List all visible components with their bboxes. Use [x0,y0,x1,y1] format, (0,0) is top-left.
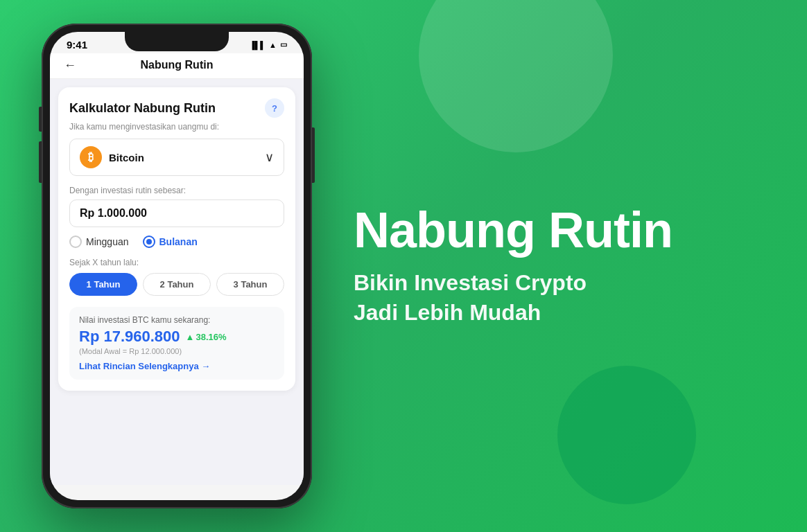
sub-title: Bikin Investasi Crypto Jadi Lebih Mudah [354,268,765,328]
radio-weekly-circle [69,236,82,248]
year-btn-2[interactable]: 2 Tahun [143,273,211,296]
gain-badge: ▲ 38.16% [186,332,227,342]
detail-link[interactable]: Lihat Rincian Selengkapnya → [79,361,275,371]
phone-frame: 9:41 ▐▌▌ ▲ ▭ ← Nabung Rutin Kalkulator N… [42,24,312,508]
phone-screen: 9:41 ▐▌▌ ▲ ▭ ← Nabung Rutin Kalkulator N… [50,32,304,500]
subtitle-line2: Jadi Lebih Mudah [354,300,541,325]
result-value: Rp 17.960.800 ▲ 38.16% [79,328,275,346]
frequency-monthly[interactable]: Bulanan [143,236,198,248]
amount-input[interactable] [69,200,284,227]
radio-weekly-label: Mingguan [86,236,129,247]
subtitle-line1: Bikin Investasi Crypto [354,270,587,295]
triangle-up-icon: ▲ [186,332,195,342]
crypto-name: Bitcoin [109,152,144,163]
btc-icon: ₿ [80,146,102,168]
crypto-selector[interactable]: ₿ Bitcoin ∨ [69,139,284,176]
calculator-card: Kalkulator Nabung Rutin ? Jika kamu meng… [58,87,295,391]
battery-icon: ▭ [280,40,287,49]
bg-circle-bottom [557,366,696,504]
signal-icon: ▐▌▌ [250,41,266,49]
result-label: Nilai investasi BTC kamu sekarang: [79,315,275,325]
result-section: Nilai investasi BTC kamu sekarang: Rp 17… [69,307,284,380]
modal-note: (Modal Awal = Rp 12.000.000) [79,347,275,355]
status-time: 9:41 [67,39,87,51]
gain-percent: 38.16% [196,332,226,342]
wifi-icon: ▲ [269,41,277,49]
phone-side-btn-power [312,127,315,183]
right-section: Nabung Rutin Bikin Investasi Crypto Jadi… [312,204,807,328]
back-button[interactable]: ← [64,58,76,73]
status-icons: ▐▌▌ ▲ ▭ [250,40,287,49]
phone-notch [125,32,229,51]
phone-side-btn-volume [39,141,42,183]
nav-title: Nabung Rutin [141,59,214,71]
phone-side-btn-mute [39,107,42,132]
crypto-left: ₿ Bitcoin [80,146,144,168]
phone-mockup: 9:41 ▐▌▌ ▲ ▭ ← Nabung Rutin Kalkulator N… [42,24,312,508]
radio-monthly-circle [143,236,155,248]
frequency-weekly[interactable]: Mingguan [69,236,129,248]
card-title-row: Kalkulator Nabung Rutin ? [69,98,284,118]
year-buttons: 1 Tahun 2 Tahun 3 Tahun [69,273,284,296]
investment-label: Dengan investasi rutin sebesar: [69,186,284,195]
card-title: Kalkulator Nabung Rutin [69,101,216,116]
bg-circle-top [419,0,613,152]
help-button[interactable]: ? [265,98,284,118]
frequency-options: Mingguan Bulanan [69,236,284,248]
screen-content: Kalkulator Nabung Rutin ? Jika kamu meng… [50,79,304,485]
chevron-down-icon: ∨ [265,150,274,165]
result-amount: Rp 17.960.800 [79,328,180,346]
main-title: Nabung Rutin [354,204,765,257]
subtitle: Jika kamu menginvestasikan uangmu di: [69,122,284,132]
period-label: Sejak X tahun lalu: [69,258,284,267]
year-btn-1[interactable]: 1 Tahun [69,273,137,296]
radio-monthly-label: Bulanan [159,236,198,247]
year-btn-3[interactable]: 3 Tahun [216,273,284,296]
nav-bar: ← Nabung Rutin [50,53,304,79]
